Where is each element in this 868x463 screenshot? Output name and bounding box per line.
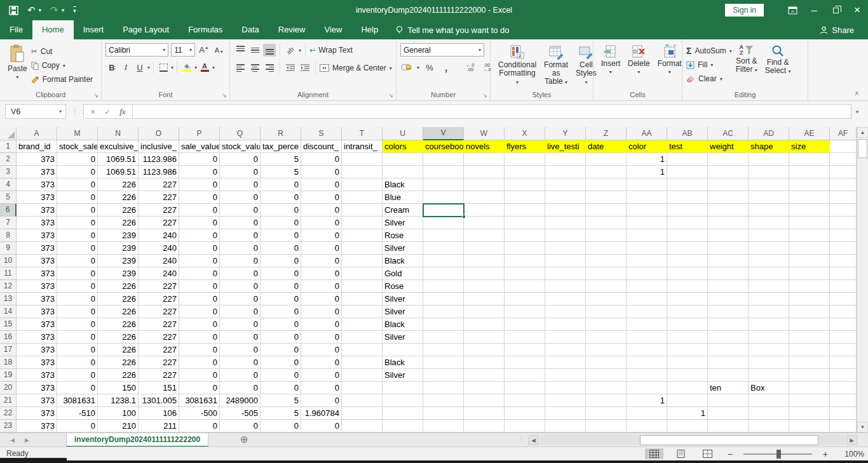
- cell-Q9[interactable]: 0: [220, 242, 261, 255]
- cell-W23[interactable]: [464, 420, 505, 433]
- cell-Q2[interactable]: 0: [220, 153, 261, 166]
- cell-AD17[interactable]: [749, 344, 789, 356]
- cell-V20[interactable]: [423, 382, 464, 394]
- cell-R8[interactable]: 0: [261, 229, 301, 242]
- col-header-Z[interactable]: Z: [586, 127, 627, 140]
- cell-S1[interactable]: discount_: [301, 140, 342, 153]
- cell-A21[interactable]: 373: [17, 394, 57, 407]
- cell-V8[interactable]: [423, 229, 464, 242]
- cell-AD20[interactable]: Box: [749, 382, 789, 394]
- cell-M9[interactable]: 0: [57, 242, 98, 255]
- decrease-font-icon[interactable]: A▼: [213, 44, 226, 57]
- cell-U20[interactable]: [383, 382, 423, 394]
- cell-AE12[interactable]: [789, 280, 830, 293]
- sheet-nav-left-icon[interactable]: ◀: [10, 437, 15, 443]
- underline-dropdown-icon[interactable]: ▾: [147, 65, 150, 70]
- cell-AB9[interactable]: [667, 242, 708, 255]
- share-button[interactable]: Share: [820, 20, 868, 39]
- cell-U14[interactable]: Silver: [383, 305, 423, 318]
- cell-AF12[interactable]: [830, 280, 857, 293]
- cell-W19[interactable]: [464, 369, 505, 382]
- cell-Q1[interactable]: stock_valu: [220, 140, 261, 153]
- cell-AA4[interactable]: [627, 178, 667, 191]
- cell-AA23[interactable]: [627, 420, 667, 433]
- cell-Y19[interactable]: [545, 369, 586, 382]
- cell-AF3[interactable]: [830, 166, 857, 178]
- cell-P5[interactable]: 0: [179, 191, 220, 204]
- cell-AC17[interactable]: [708, 344, 749, 356]
- cell-S4[interactable]: 0: [301, 178, 342, 191]
- cell-W14[interactable]: [464, 305, 505, 318]
- cell-Q6[interactable]: 0: [220, 204, 261, 217]
- col-header-U[interactable]: U: [383, 127, 423, 140]
- cell-M13[interactable]: 0: [57, 293, 98, 305]
- tell-me-box[interactable]: Tell me what you want to do: [388, 20, 517, 39]
- cell-AB5[interactable]: [667, 191, 708, 204]
- cell-O14[interactable]: 227: [139, 305, 179, 318]
- cell-Q4[interactable]: 0: [220, 178, 261, 191]
- cell-P1[interactable]: sale_value: [179, 140, 220, 153]
- cell-AF10[interactable]: [830, 255, 857, 267]
- cell-X20[interactable]: [505, 382, 545, 394]
- ribbon-tab-formulas[interactable]: Formulas: [179, 20, 232, 39]
- cell-M21[interactable]: 3081631: [57, 394, 98, 407]
- cell-AC22[interactable]: [708, 407, 749, 420]
- cell-S7[interactable]: 0: [301, 217, 342, 229]
- cell-Z5[interactable]: [586, 191, 627, 204]
- cell-S19[interactable]: 0: [301, 369, 342, 382]
- cell-Z15[interactable]: [586, 318, 627, 331]
- cell-A22[interactable]: 373: [17, 407, 57, 420]
- cell-AB20[interactable]: [667, 382, 708, 394]
- cell-S21[interactable]: 0: [301, 394, 342, 407]
- cell-AD11[interactable]: [749, 267, 789, 280]
- cell-R17[interactable]: 0: [261, 344, 301, 356]
- cell-W2[interactable]: [464, 153, 505, 166]
- row-header-13[interactable]: 13: [0, 293, 17, 305]
- cell-Q11[interactable]: 0: [220, 267, 261, 280]
- row-header-2[interactable]: 2: [0, 153, 17, 166]
- cell-Z1[interactable]: date: [586, 140, 627, 153]
- cell-P3[interactable]: 0: [179, 166, 220, 178]
- cell-AC5[interactable]: [708, 191, 749, 204]
- cell-O15[interactable]: 227: [139, 318, 179, 331]
- cell-O13[interactable]: 227: [139, 293, 179, 305]
- cell-AE21[interactable]: [789, 394, 830, 407]
- cell-AD23[interactable]: [749, 420, 789, 433]
- cell-Q3[interactable]: 0: [220, 166, 261, 178]
- cell-X11[interactable]: [505, 267, 545, 280]
- cell-X13[interactable]: [505, 293, 545, 305]
- vertical-scroll-thumb[interactable]: [858, 139, 867, 158]
- cell-T16[interactable]: [342, 331, 383, 344]
- cell-A23[interactable]: 373: [17, 420, 57, 433]
- cell-Y15[interactable]: [545, 318, 586, 331]
- cell-AE14[interactable]: [789, 305, 830, 318]
- cell-X8[interactable]: [505, 229, 545, 242]
- cell-AD18[interactable]: [749, 356, 789, 369]
- cell-X16[interactable]: [505, 331, 545, 344]
- cell-M17[interactable]: 0: [57, 344, 98, 356]
- cell-X6[interactable]: [505, 204, 545, 217]
- cell-A19[interactable]: 373: [17, 369, 57, 382]
- cell-U11[interactable]: Gold: [383, 267, 423, 280]
- cell-AC23[interactable]: [708, 420, 749, 433]
- cell-O17[interactable]: 227: [139, 344, 179, 356]
- cell-AF18[interactable]: [830, 356, 857, 369]
- cell-Q17[interactable]: 0: [220, 344, 261, 356]
- cell-AD21[interactable]: [749, 394, 789, 407]
- cell-Z8[interactable]: [586, 229, 627, 242]
- cell-U17[interactable]: [383, 344, 423, 356]
- format-as-table-button[interactable]: Format asTable ▾: [540, 43, 572, 88]
- cell-X17[interactable]: [505, 344, 545, 356]
- cell-W7[interactable]: [464, 217, 505, 229]
- cell-T9[interactable]: [342, 242, 383, 255]
- row-header-17[interactable]: 17: [0, 344, 17, 356]
- zoom-slider-thumb[interactable]: [776, 450, 781, 459]
- cell-X9[interactable]: [505, 242, 545, 255]
- cell-Y18[interactable]: [545, 356, 586, 369]
- cell-U1[interactable]: colors: [383, 140, 423, 153]
- ribbon-tab-data[interactable]: Data: [232, 20, 268, 39]
- cell-Z16[interactable]: [586, 331, 627, 344]
- cell-N3[interactable]: 1069.51: [98, 166, 139, 178]
- cell-W18[interactable]: [464, 356, 505, 369]
- cell-O20[interactable]: 151: [139, 382, 179, 394]
